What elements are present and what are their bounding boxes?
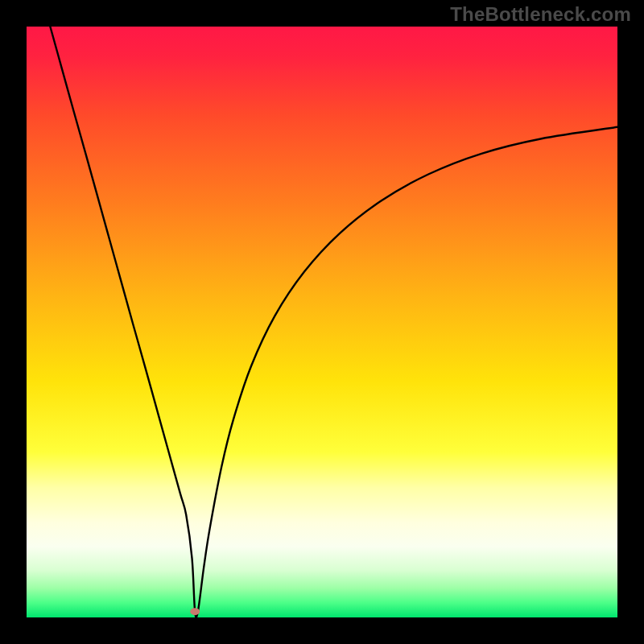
plot-background (27, 27, 617, 617)
chart-frame: TheBottleneck.com (0, 0, 644, 644)
bottleneck-plot (27, 27, 617, 617)
watermark-text: TheBottleneck.com (450, 3, 631, 26)
min-marker (190, 608, 200, 615)
